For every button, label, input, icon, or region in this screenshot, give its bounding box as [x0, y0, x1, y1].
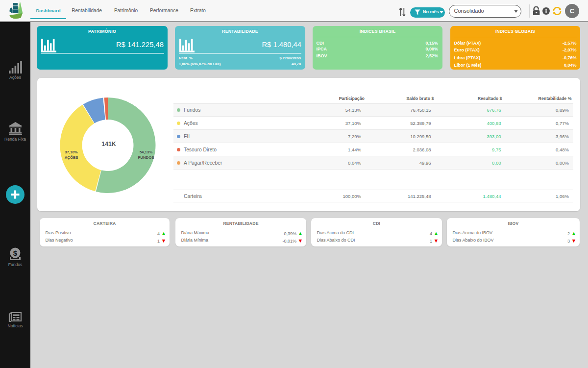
svg-text:$: $ [13, 249, 18, 257]
